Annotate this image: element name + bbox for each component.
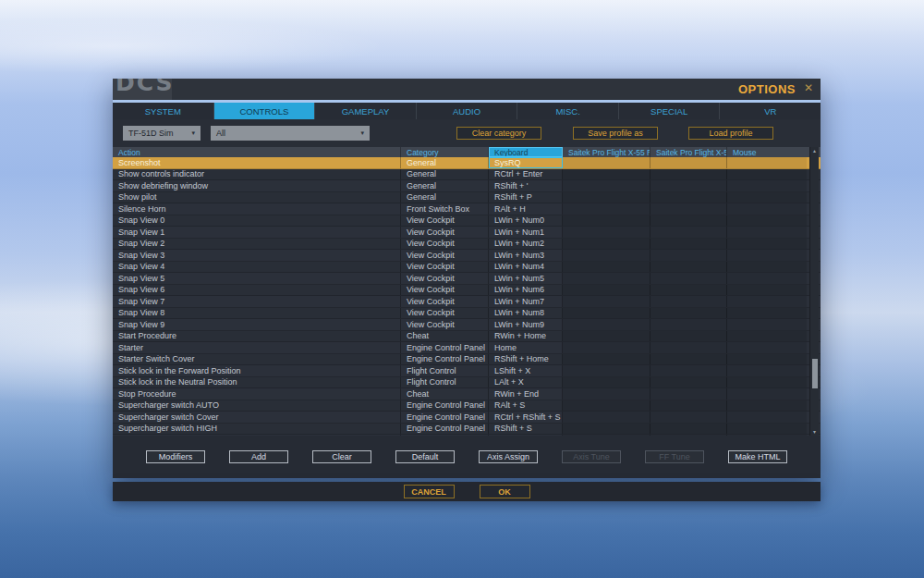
table-row[interactable]: Show debriefing windowGeneralRShift + ' — [113, 180, 821, 192]
saitek-2-cell[interactable] — [650, 435, 727, 436]
keyboard-cell[interactable]: RCtrl + RShift + S — [489, 412, 563, 423]
tab-system[interactable]: SYSTEM — [113, 103, 214, 119]
keyboard-cell[interactable]: LWin + Num6 — [489, 285, 563, 296]
saitek-1-cell[interactable] — [563, 308, 650, 319]
saitek-2-cell[interactable] — [650, 365, 727, 376]
mouse-cell[interactable] — [727, 192, 807, 203]
tab-misc[interactable]: MISC. — [517, 103, 619, 119]
saitek-1-cell[interactable] — [563, 273, 650, 284]
keyboard-cell[interactable]: LWin + Num5 — [489, 273, 563, 284]
saitek-1-cell[interactable] — [563, 169, 650, 180]
tab-vr[interactable]: VR — [720, 103, 821, 119]
keyboard-cell[interactable]: SysRQ — [489, 157, 563, 168]
column-header-saitek-1[interactable]: Saitek Pro Flight X-55 R — [563, 147, 650, 157]
mouse-cell[interactable] — [727, 262, 807, 273]
cancel-button[interactable]: CANCEL — [404, 485, 455, 498]
keyboard-cell[interactable]: RWin + End — [489, 388, 563, 400]
saitek-1-cell[interactable] — [563, 250, 650, 261]
mouse-cell[interactable] — [727, 342, 807, 353]
keyboard-cell[interactable]: LWin + Num1 — [489, 227, 563, 238]
tab-special[interactable]: SPECIAL — [619, 103, 721, 119]
keyboard-cell[interactable]: RCtrl + Enter — [489, 169, 563, 180]
tab-gameplay[interactable]: GAMEPLAY — [315, 103, 417, 119]
column-header-saitek-2[interactable]: Saitek Pro Flight X-55 R — [650, 147, 727, 157]
category-filter-dropdown[interactable]: All ▾ — [211, 126, 370, 141]
keyboard-cell[interactable]: RWin + Home — [489, 331, 563, 342]
saitek-1-cell[interactable] — [563, 192, 650, 203]
mouse-cell[interactable] — [727, 400, 807, 412]
make-html-button[interactable]: Make HTML — [728, 450, 787, 463]
saitek-2-cell[interactable] — [650, 388, 727, 400]
mouse-cell[interactable] — [727, 250, 807, 261]
table-row[interactable]: StarterEngine Control PanelHome — [113, 342, 821, 354]
load-profile-button[interactable]: Load profile — [688, 127, 773, 140]
scrollbar-track[interactable] — [810, 154, 819, 428]
mouse-cell[interactable] — [727, 331, 807, 342]
mouse-cell[interactable] — [727, 377, 807, 388]
table-row[interactable]: Supercharger switch CoverEngine Control … — [113, 412, 821, 424]
mouse-cell[interactable] — [727, 157, 807, 168]
keyboard-cell[interactable]: RCtrl + S — [489, 435, 563, 436]
table-row[interactable]: Snap View 7View CockpitLWin + Num7 — [113, 296, 821, 308]
tab-audio[interactable]: AUDIO — [417, 103, 518, 119]
column-header-mouse[interactable]: Mouse — [727, 147, 807, 157]
table-row[interactable]: Snap View 1View CockpitLWin + Num1 — [113, 227, 821, 239]
saitek-2-cell[interactable] — [650, 203, 727, 215]
saitek-1-cell[interactable] — [563, 215, 650, 227]
saitek-2-cell[interactable] — [650, 239, 727, 250]
saitek-2-cell[interactable] — [650, 424, 727, 435]
saitek-1-cell[interactable] — [563, 157, 650, 168]
table-scrollbar[interactable]: ▴ ▾ — [809, 147, 819, 436]
column-header-action[interactable]: Action — [113, 147, 401, 157]
table-row[interactable]: Snap View 5View CockpitLWin + Num5 — [113, 273, 821, 285]
saitek-2-cell[interactable] — [650, 319, 727, 330]
keyboard-cell[interactable]: RShift + Home — [489, 354, 563, 365]
table-row[interactable]: Show controls indicatorGeneralRCtrl + En… — [113, 169, 821, 181]
table-row[interactable]: Snap View 4View CockpitLWin + Num4 — [113, 262, 821, 274]
clear-button[interactable]: Clear — [312, 450, 371, 463]
saitek-1-cell[interactable] — [563, 319, 650, 330]
mouse-cell[interactable] — [727, 169, 807, 180]
table-row[interactable]: Show pilotGeneralRShift + P — [113, 192, 821, 204]
saitek-2-cell[interactable] — [650, 180, 727, 191]
table-row[interactable]: Start ProcedureCheatRWin + Home — [113, 331, 821, 343]
mouse-cell[interactable] — [727, 273, 807, 284]
scrollbar-thumb[interactable] — [812, 359, 818, 388]
keyboard-cell[interactable]: LWin + Num4 — [489, 262, 563, 273]
saitek-1-cell[interactable] — [563, 412, 650, 423]
saitek-1-cell[interactable] — [563, 239, 650, 250]
keyboard-cell[interactable]: RAlt + H — [489, 203, 563, 215]
column-header-keyboard[interactable]: Keyboard — [489, 147, 563, 157]
keyboard-cell[interactable]: LWin + Num2 — [489, 239, 563, 250]
saitek-2-cell[interactable] — [650, 215, 727, 227]
keyboard-cell[interactable]: RShift + S — [489, 424, 563, 435]
mouse-cell[interactable] — [727, 180, 807, 191]
scroll-up-icon[interactable]: ▴ — [813, 147, 816, 154]
saitek-1-cell[interactable] — [563, 365, 650, 376]
saitek-1-cell[interactable] — [563, 354, 650, 365]
keyboard-cell[interactable]: LAlt + X — [489, 377, 563, 388]
mouse-cell[interactable] — [727, 203, 807, 215]
table-row[interactable]: Silence HornFront Switch BoxRAlt + H — [113, 203, 821, 215]
saitek-1-cell[interactable] — [563, 285, 650, 296]
mouse-cell[interactable] — [727, 296, 807, 307]
saitek-1-cell[interactable] — [563, 342, 650, 353]
table-row[interactable]: Snap View 3View CockpitLWin + Num3 — [113, 250, 821, 262]
table-row[interactable]: Snap View 8View CockpitLWin + Num8 — [113, 308, 821, 320]
table-row[interactable]: ScreenshotGeneralSysRQ — [113, 157, 821, 169]
mouse-cell[interactable] — [727, 424, 807, 435]
table-row[interactable]: Supercharger switch HIGHEngine Control P… — [113, 424, 821, 436]
save-profile-button[interactable]: Save profile as — [573, 127, 658, 140]
mouse-cell[interactable] — [727, 319, 807, 330]
saitek-1-cell[interactable] — [563, 296, 650, 307]
saitek-2-cell[interactable] — [650, 308, 727, 319]
column-header-category[interactable]: Category — [401, 147, 489, 157]
keyboard-cell[interactable]: RShift + P — [489, 192, 563, 203]
saitek-2-cell[interactable] — [650, 273, 727, 284]
table-row[interactable]: Snap View 2View CockpitLWin + Num2 — [113, 239, 821, 251]
default-button[interactable]: Default — [395, 450, 455, 463]
keyboard-cell[interactable]: RAlt + S — [489, 400, 563, 412]
saitek-1-cell[interactable] — [563, 400, 650, 412]
clear-category-button[interactable]: Clear category — [456, 127, 541, 140]
mouse-cell[interactable] — [727, 435, 807, 436]
